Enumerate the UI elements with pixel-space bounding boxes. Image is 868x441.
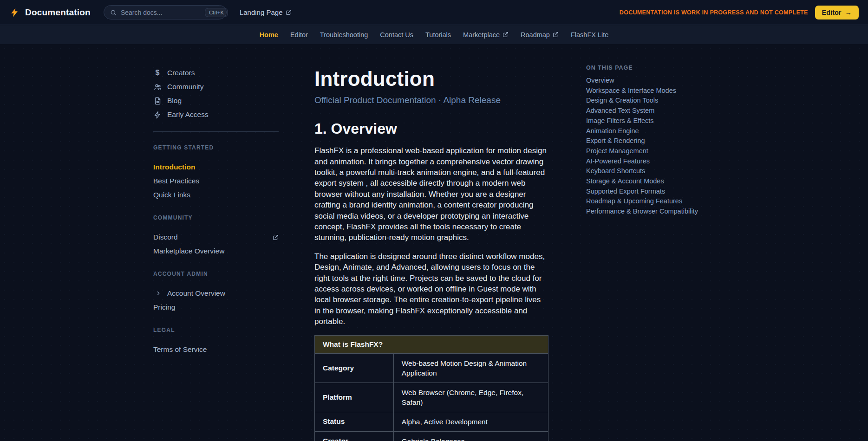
sidebar-label: Creators (167, 69, 195, 77)
nav-troubleshooting[interactable]: Troubleshooting (320, 31, 368, 39)
table-row-label: Platform (315, 383, 394, 412)
external-link-icon (503, 32, 509, 38)
toc-item-image-filters-effects[interactable]: Image Filters & Effects (586, 116, 707, 126)
toc-item-overview[interactable]: Overview (586, 76, 707, 86)
sidebar-item-pricing[interactable]: Pricing (153, 300, 279, 314)
toc-item-supported-export-formats[interactable]: Supported Export Formats (586, 187, 707, 197)
nav-contact-us[interactable]: Contact Us (380, 31, 413, 39)
sidebar-section-legal: LEGAL Terms of Service (153, 327, 279, 357)
sidebar-label: Discord (153, 233, 178, 241)
nav-roadmap[interactable]: Roadmap (521, 31, 559, 39)
nav-marketplace-label: Marketplace (463, 31, 500, 39)
external-link-icon (286, 9, 292, 15)
sidebar-item-terms-of-service[interactable]: Terms of Service (153, 343, 279, 357)
table-row-label: Status (315, 412, 394, 431)
toc-item-advanced-text-system[interactable]: Advanced Text System (586, 106, 707, 116)
page-subtitle: Official Product Documentation · Alpha R… (314, 95, 548, 105)
lightning-icon (153, 110, 162, 119)
sidebar-item-creators[interactable]: $ Creators (153, 66, 279, 80)
sidebar-item-quick-links[interactable]: Quick Links (153, 188, 279, 202)
what-is-flashfx-table: What is FlashFX? Category Web-based Moti… (314, 335, 548, 441)
table-row-label: Category (315, 353, 394, 383)
section-title: ACCOUNT ADMIN (153, 271, 279, 286)
sidebar-item-best-practices[interactable]: Best Practices (153, 174, 279, 188)
section-title: GETTING STARTED (153, 144, 279, 160)
content-area: $ Creators Community Blog Early Access G… (0, 44, 868, 441)
sidebar-section-getting-started: GETTING STARTED Introduction Best Practi… (153, 144, 279, 202)
sidebar-section-account-admin: ACCOUNT ADMIN Account Overview Pricing (153, 271, 279, 314)
toc-item-animation-engine[interactable]: Animation Engine (586, 126, 707, 136)
page-title: Introduction (314, 68, 548, 90)
toc-item-workspace-interface-modes[interactable]: Workspace & Interface Modes (586, 86, 707, 96)
nav-flashfx-lite[interactable]: FlashFX Lite (571, 31, 608, 39)
landing-page-link[interactable]: Landing Page (240, 8, 292, 16)
toc-item-project-management[interactable]: Project Management (586, 146, 707, 156)
toc-item-performance-browser-compatibility[interactable]: Performance & Browser Compatibility (586, 207, 707, 217)
sidebar-item-blog[interactable]: Blog (153, 94, 279, 108)
document-icon (153, 97, 162, 105)
nav-home[interactable]: Home (260, 31, 278, 39)
search-icon (110, 9, 117, 16)
toc-item-ai-powered-features[interactable]: AI-Powered Features (586, 156, 707, 167)
toc-item-keyboard-shortcuts[interactable]: Keyboard Shortcuts (586, 166, 707, 176)
section-title: LEGAL (153, 327, 279, 343)
chevron-right-icon (155, 290, 162, 297)
sidebar-section-community: COMMUNITY Discord Marketplace Overview (153, 214, 279, 258)
search-box[interactable]: Ctrl+K (104, 5, 227, 19)
nav-tutorials[interactable]: Tutorials (425, 31, 451, 39)
arrow-right-icon: → (845, 9, 852, 16)
table-caption: What is FlashFX? (315, 335, 548, 353)
overview-paragraph-1: FlashFX is a professional web-based appl… (314, 145, 548, 243)
nav-editor[interactable]: Editor (290, 31, 308, 39)
table-row-value: Web Browser (Chrome, Edge, Firefox, Safa… (393, 383, 548, 412)
table-row: Category Web-based Motion Design & Anima… (315, 353, 548, 383)
table-row-value: Alpha, Active Development (393, 412, 548, 431)
on-this-page-toc: ON THIS PAGE Overview Workspace & Interf… (586, 44, 707, 217)
toc-item-roadmap-upcoming-features[interactable]: Roadmap & Upcoming Features (586, 196, 707, 207)
sidebar-label: Blog (167, 97, 182, 105)
flashfx-logo-lightning-icon (9, 6, 20, 19)
sidebar-label: Community (167, 83, 203, 91)
external-link-icon (553, 32, 559, 38)
sidebar-label: Early Access (167, 110, 209, 119)
wip-warning-text: DOCUMENTATION IS WORK IN PROGRESS AND NO… (620, 9, 808, 16)
nav-roadmap-label: Roadmap (521, 31, 550, 39)
toc-item-storage-account-modes[interactable]: Storage & Account Modes (586, 176, 707, 187)
section-title: COMMUNITY (153, 214, 279, 230)
nav-marketplace[interactable]: Marketplace (463, 31, 509, 39)
toc-item-export-rendering[interactable]: Export & Rendering (586, 136, 707, 146)
table-row-value: Web-based Motion Design & Animation Appl… (393, 353, 548, 383)
main-navbar: Home Editor Troubleshooting Contact Us T… (0, 25, 868, 44)
left-sidebar: $ Creators Community Blog Early Access G… (153, 44, 279, 357)
search-input[interactable] (121, 9, 205, 16)
sidebar-divider (153, 131, 279, 132)
external-link-icon (273, 234, 279, 240)
app-title: Documentation (25, 7, 91, 18)
sidebar-item-account-overview[interactable]: Account Overview (153, 286, 279, 300)
sidebar-item-introduction[interactable]: Introduction (153, 160, 279, 174)
sidebar-item-community[interactable]: Community (153, 80, 279, 94)
sidebar-item-marketplace-overview[interactable]: Marketplace Overview (153, 244, 279, 258)
search-shortcut-badge: Ctrl+K (205, 8, 228, 17)
sidebar-item-early-access[interactable]: Early Access (153, 108, 279, 122)
editor-button[interactable]: Editor → (815, 6, 859, 19)
top-header: Documentation Ctrl+K Landing Page DOCUME… (0, 0, 868, 25)
overview-paragraph-2: The application is designed around three… (314, 251, 548, 327)
table-row-value: Gabriele Bolognese (393, 431, 548, 441)
table-row-label: Creator (315, 431, 394, 441)
table-row: Creator Gabriele Bolognese (315, 431, 548, 441)
sidebar-item-discord[interactable]: Discord (153, 230, 279, 244)
main-article: Introduction Official Product Documentat… (314, 44, 548, 441)
dollar-icon: $ (153, 69, 162, 77)
table-row: Status Alpha, Active Development (315, 412, 548, 431)
landing-page-label: Landing Page (240, 8, 283, 16)
sidebar-label: Account Overview (167, 289, 225, 298)
toc-title: ON THIS PAGE (586, 65, 707, 71)
toc-item-design-creation-tools[interactable]: Design & Creation Tools (586, 96, 707, 106)
table-row: Platform Web Browser (Chrome, Edge, Fire… (315, 383, 548, 412)
editor-button-label: Editor (822, 9, 842, 16)
section-heading-overview: 1. Overview (314, 120, 548, 137)
users-icon (153, 83, 162, 91)
